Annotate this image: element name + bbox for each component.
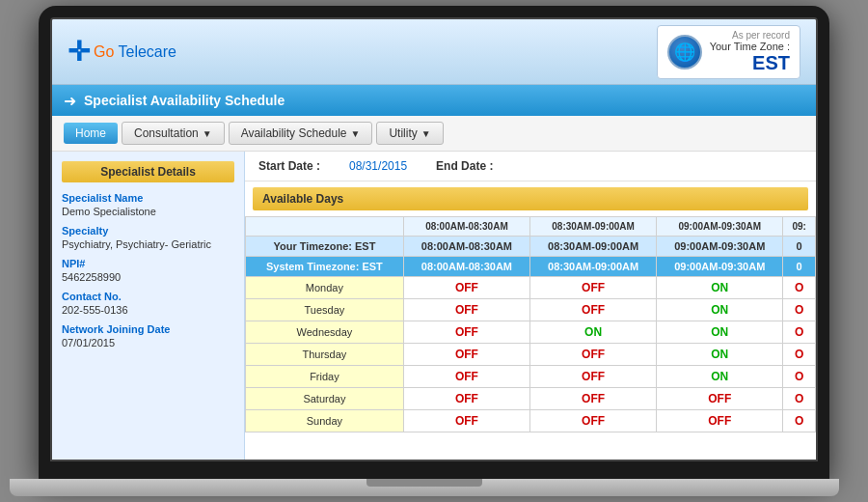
slot-cell: ON — [657, 321, 783, 344]
slot-cell: OFF — [657, 388, 783, 410]
specialist-panel: Specialist Details Specialist Name Demo … — [52, 152, 245, 461]
slot-cell: ON — [657, 366, 783, 388]
sys-slot-1: 08:00AM-08:30AM — [403, 257, 529, 277]
content-area: Specialist Details Specialist Name Demo … — [52, 152, 816, 461]
slot-cell: OFF — [657, 410, 783, 432]
slot-cell: ON — [657, 277, 783, 299]
logo-area: ✛ Go Telecare — [68, 36, 657, 68]
table-row: MondayOFFOFFONO — [246, 277, 816, 299]
chevron-down-icon: ▼ — [421, 128, 431, 139]
slot-cell: OFF — [403, 388, 529, 410]
col-h1: 08:00AM-08:30AM — [403, 217, 529, 237]
availability-button[interactable]: Availability Schedule ▼ — [229, 122, 373, 145]
slot-cell: O — [783, 277, 816, 299]
col-h2: 08:30AM-09:00AM — [530, 217, 657, 237]
app-header: ✛ Go Telecare 🌐 As per record Your Time … — [52, 19, 816, 85]
date-bar: Start Date : 08/31/2015 End Date : — [245, 152, 816, 181]
slot-cell: O — [783, 366, 816, 388]
chevron-down-icon: ▼ — [203, 128, 212, 139]
slot-cell: O — [783, 299, 816, 321]
slot-cell: OFF — [403, 277, 529, 299]
name-value: Demo Specialistone — [62, 206, 234, 217]
system-tz-label: System Timezone: EST — [246, 257, 404, 277]
schedule-table-wrap: Available Days 08:00AM-08:30AM 08:30AM-0… — [245, 181, 816, 461]
slot-cell: OFF — [403, 299, 529, 321]
col-h4: 09: — [783, 217, 816, 237]
day-cell: Monday — [246, 277, 404, 299]
availability-label: Availability Schedule — [241, 126, 347, 140]
slot-cell: O — [783, 410, 816, 432]
laptop-base — [10, 479, 839, 496]
slot-cell: O — [783, 321, 816, 344]
utility-label: Utility — [389, 126, 417, 140]
your-slot-3: 09:00AM-09:30AM — [657, 237, 783, 257]
schedule-panel: Start Date : 08/31/2015 End Date : Avail… — [245, 152, 816, 461]
start-date-value: 08/31/2015 — [349, 159, 407, 173]
logo-go: Go — [94, 43, 114, 60]
your-tz-row: Your Timezone: EST 08:00AM-08:30AM 08:30… — [246, 237, 816, 257]
sys-slot-3: 09:00AM-09:30AM — [657, 257, 783, 277]
page-title: Specialist Availability Schedule — [84, 93, 285, 108]
your-slot-4: 0 — [783, 237, 816, 257]
available-days-title: Available Days — [253, 187, 808, 210]
slot-cell: OFF — [530, 344, 657, 366]
slot-cell: OFF — [530, 410, 657, 432]
table-row: WednesdayOFFONONO — [246, 321, 816, 344]
npi-label: NPI# — [62, 258, 234, 269]
laptop-body: ✛ Go Telecare 🌐 As per record Your Time … — [39, 6, 829, 479]
slot-cell: OFF — [530, 366, 657, 388]
table-row: SundayOFFOFFOFFO — [246, 410, 816, 432]
slot-cell: OFF — [403, 321, 529, 344]
arrow-right-icon: ➜ — [64, 92, 76, 110]
your-slot-2: 08:30AM-09:00AM — [530, 237, 657, 257]
npi-value: 5462258990 — [62, 271, 234, 283]
slot-cell: OFF — [530, 388, 657, 410]
slot-cell: ON — [657, 299, 783, 321]
col-header-your-tz: 08:00AM-08:30AM 08:30AM-09:00AM 09:00AM-… — [246, 217, 816, 237]
end-date-label: End Date : — [436, 159, 493, 173]
logo-telecare: Telecare — [119, 43, 176, 60]
table-row: SaturdayOFFOFFOFFO — [246, 388, 816, 410]
slot-cell: OFF — [530, 277, 657, 299]
specialty-label: Specialty — [62, 225, 234, 237]
globe-icon: 🌐 — [667, 35, 702, 70]
contact-value: 202-555-0136 — [62, 304, 234, 316]
slot-cell: OFF — [530, 299, 657, 321]
table-row: ThursdayOFFOFFONO — [246, 344, 816, 366]
slot-cell: ON — [530, 321, 657, 344]
logo-cross-icon: ✛ — [68, 36, 90, 68]
chevron-down-icon: ▼ — [351, 128, 361, 139]
day-cell: Tuesday — [246, 299, 404, 321]
day-cell: Thursday — [246, 344, 404, 366]
day-cell: Wednesday — [246, 321, 404, 344]
nav-bar: Home Consultation ▼ Availability Schedul… — [52, 116, 816, 152]
consultation-label: Consultation — [134, 126, 199, 140]
timezone-info: As per record Your Time Zone : EST — [710, 30, 790, 74]
as-per-record-label: As per record — [710, 30, 790, 41]
slot-cell: OFF — [403, 410, 529, 432]
timezone-value: EST — [710, 52, 790, 74]
system-tz-row: System Timezone: EST 08:00AM-08:30AM 08:… — [246, 257, 816, 277]
your-tz-label: Your Timezone: EST — [246, 237, 404, 257]
slot-cell: ON — [657, 344, 783, 366]
table-row: TuesdayOFFOFFONO — [246, 299, 816, 321]
start-date-label: Start Date : — [258, 159, 320, 173]
day-cell: Friday — [246, 366, 404, 388]
slot-cell: O — [783, 388, 816, 410]
panel-title: Specialist Details — [62, 161, 234, 182]
utility-button[interactable]: Utility ▼ — [376, 122, 443, 145]
slot-cell: O — [783, 344, 816, 366]
sys-slot-4: 0 — [783, 257, 816, 277]
your-slot-1: 08:00AM-08:30AM — [403, 237, 529, 257]
slot-cell: OFF — [403, 366, 529, 388]
col-your-tz-label — [246, 217, 404, 237]
contact-label: Contact No. — [62, 291, 234, 302]
network-label: Network Joining Date — [62, 323, 234, 335]
consultation-button[interactable]: Consultation ▼ — [122, 122, 225, 145]
network-value: 07/01/2015 — [62, 337, 234, 349]
name-label: Specialist Name — [62, 192, 234, 204]
col-h3: 09:00AM-09:30AM — [657, 217, 783, 237]
table-row: FridayOFFOFFONO — [246, 366, 816, 388]
home-button[interactable]: Home — [64, 123, 118, 144]
page-title-bar: ➜ Specialist Availability Schedule — [52, 85, 816, 116]
